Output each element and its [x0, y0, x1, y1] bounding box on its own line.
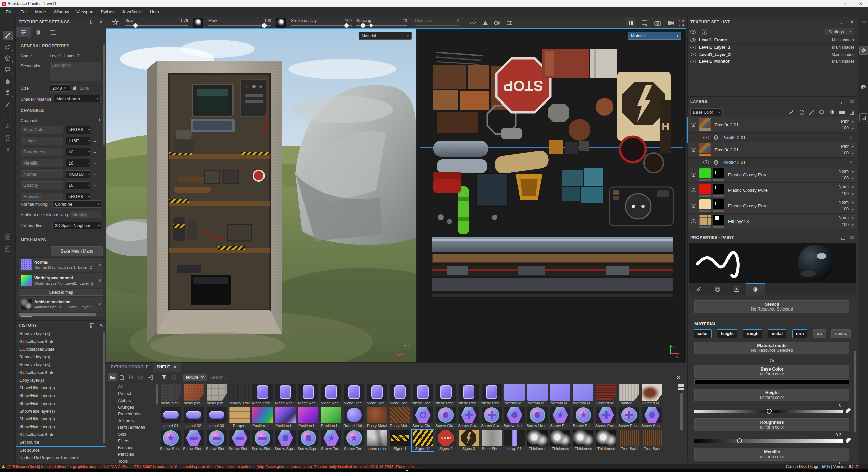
size-slider[interactable] [125, 25, 188, 26]
fill-layer-thumbnail[interactable] [699, 199, 711, 209]
asset-tile[interactable]: metal plat... [206, 384, 228, 406]
asset-tile[interactable]: Niche Rec... [435, 384, 457, 406]
roughness-selector[interactable]: Roughness uniform color [694, 418, 849, 431]
history-item[interactable]: Set source [16, 439, 106, 446]
asset-tile[interactable]: Normal M... [503, 384, 526, 406]
asset-tile[interactable]: Screw Clu... [435, 407, 457, 429]
blend-mode[interactable]: Norm [838, 184, 849, 189]
asset-tile[interactable]: Niche Rec... [480, 384, 503, 406]
channel-format-select[interactable]: RGB16F▾ [66, 170, 90, 178]
folder-icon[interactable] [108, 373, 117, 381]
history-item[interactable]: Remove layer(s) [16, 353, 106, 361]
category-alphas[interactable]: Alphas [108, 397, 159, 404]
channel-format-select[interactable]: L16F▾ [66, 137, 90, 145]
asset-tile[interactable]: Screw Squ... [297, 430, 319, 451]
layer-row[interactable]: Plastic Glossy PureNorm ▾100 ▾ [688, 167, 857, 183]
history-item[interactable]: Show/Hide layer(s) [16, 423, 106, 431]
add-effect-icon[interactable] [788, 109, 794, 115]
symmetry-icon[interactable] [481, 19, 489, 27]
display-settings-dock-icon[interactable] [859, 46, 868, 55]
float-panel-icon[interactable] [841, 236, 845, 240]
asset-tile[interactable]: Screw Hex... [526, 407, 549, 429]
dollar-tool-icon[interactable]: $ [3, 145, 13, 154]
asset-tile[interactable]: Niche Rec... [389, 384, 411, 406]
history-item[interactable]: Remove layer(s) [16, 361, 106, 369]
history-hourglass-icon[interactable] [3, 134, 13, 142]
material-mode-selector[interactable]: Material mode No Resource Selected [694, 342, 849, 354]
asset-tile[interactable]: Screw Tor... [343, 430, 365, 451]
display-settings-icon[interactable] [641, 19, 649, 27]
asset-tile[interactable]: Screw Slot... [183, 430, 205, 451]
dock-grip[interactable]: |||||| [861, 20, 866, 23]
layer-mask-thumbnail[interactable] [713, 215, 724, 225]
asset-tile[interactable]: Tree Bark [618, 430, 640, 451]
mesh-map-remove-icon[interactable]: × [98, 278, 101, 283]
history-item[interactable]: GUIcollapsedState [16, 338, 106, 346]
asset-tile[interactable]: Screw Poz... [618, 407, 640, 429]
shader-mode-dropdown-2d[interactable]: Material▾ [628, 32, 681, 40]
menu-file[interactable]: File [2, 7, 17, 17]
float-panel-icon[interactable] [841, 100, 845, 104]
asset-tile[interactable]: Niche Rec... [320, 384, 342, 406]
channel-name[interactable]: Roughness [21, 148, 63, 156]
search-input[interactable] [210, 375, 671, 380]
stroke-opacity-value[interactable]: 100 [345, 18, 352, 23]
asset-tile[interactable]: Niche Rec... [366, 384, 388, 406]
asset-tile[interactable]: Niche Rec... [458, 384, 480, 406]
layer-mask-thumbnail[interactable] [713, 199, 724, 209]
tab-python-console[interactable]: PYTHON CONSOLE [106, 363, 153, 372]
channel-name[interactable]: Normal [21, 170, 63, 178]
tab-stencil[interactable] [727, 283, 746, 295]
channel-name[interactable]: Emissive [21, 193, 63, 201]
channel-toggle-op[interactable]: op [813, 329, 826, 338]
metallic-selector[interactable]: Metallic uniform color [694, 448, 849, 461]
size-lock-icon[interactable] [73, 85, 77, 90]
menu-python[interactable]: Python [97, 7, 118, 17]
visibility-eye-icon[interactable] [691, 219, 696, 223]
viewport-3d[interactable]: Material▾ Y X [106, 29, 416, 362]
shelf-tab-close-icon[interactable]: ✕ [173, 365, 177, 370]
asset-tile[interactable]: Screw Squ... [274, 430, 297, 451]
tab-settings[interactable] [16, 27, 31, 37]
asset-tile[interactable]: Screw Slot... [251, 430, 274, 451]
height-selector[interactable]: Height uniform color [694, 389, 849, 401]
clear-search-icon[interactable]: ✕ [676, 374, 681, 381]
fill-layer-thumbnail[interactable] [699, 168, 711, 178]
float-panel-icon[interactable] [841, 20, 845, 24]
flow-slider[interactable] [208, 25, 271, 26]
layer-row[interactable]: Plastic Glossy PureNorm ▾100 ▾ [688, 198, 857, 214]
asset-tile[interactable]: Screw Cro... [480, 407, 503, 429]
float-panel-icon[interactable] [90, 323, 94, 327]
blend-mode[interactable]: Norm [838, 215, 849, 220]
category-tools[interactable]: Tools [108, 458, 159, 463]
texture-set-row[interactable]: Level1_MonitorMain shader [688, 58, 857, 65]
history-item[interactable]: GUIcollapsedState [16, 346, 106, 353]
add-channel-button[interactable]: + [98, 117, 101, 123]
tab-brush[interactable] [689, 283, 708, 295]
uv-padding-select[interactable]: 3D Space Neighbor▾ [52, 222, 101, 229]
visibility-eye-icon[interactable] [691, 188, 696, 192]
layer-opacity[interactable]: 100 [842, 191, 849, 196]
asset-tile[interactable]: Painted W... [595, 384, 617, 406]
new-file-icon[interactable] [117, 373, 126, 381]
plugin-panel-icon[interactable] [3, 233, 13, 241]
category-skin[interactable]: Skin [108, 431, 159, 438]
mesh-map-remove-icon[interactable]: × [98, 262, 101, 267]
channel-format-select[interactable]: L8▾ [66, 159, 90, 167]
asset-tile[interactable]: Painted F... [618, 384, 640, 406]
flow-control[interactable]: Flow100 [208, 18, 271, 28]
refresh-icon[interactable] [169, 373, 178, 381]
texture-set-row[interactable]: Level1_FrameMain shader [688, 37, 857, 44]
channel-name[interactable]: Opacity [21, 181, 63, 189]
history-item[interactable]: Show/Hide layer(s) [16, 384, 106, 392]
mirror-icon[interactable] [493, 19, 501, 27]
tab-shader[interactable] [31, 27, 45, 37]
asset-tile[interactable]: Position L... [251, 407, 274, 429]
category-scrollbar[interactable] [156, 384, 158, 405]
asset-tile[interactable]: Normal M... [526, 384, 549, 406]
solo-view-icon[interactable]: 1 [702, 29, 707, 35]
visibility-eye-icon[interactable] [703, 160, 709, 164]
tab-display[interactable] [45, 27, 60, 37]
channel-format-select[interactable]: L8▾ [66, 148, 90, 156]
bake-mesh-maps-button[interactable]: Bake Mesh Maps [51, 246, 103, 256]
